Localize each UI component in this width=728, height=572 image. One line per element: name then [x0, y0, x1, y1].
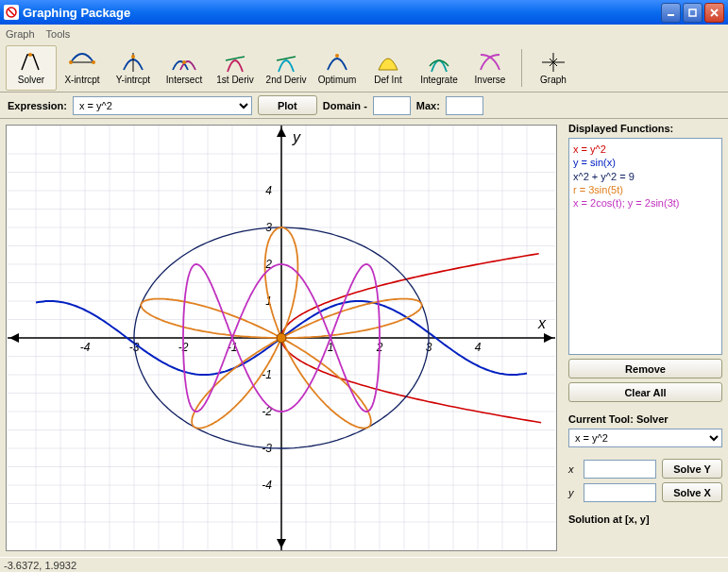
function-list-item[interactable]: y = sin(x): [573, 156, 718, 169]
toolbar: Solver X-intrcpt Y-intrcpt Intersect 1st…: [0, 43, 728, 93]
tool-solver-label: Solver: [18, 75, 44, 85]
y-label: y: [568, 487, 578, 498]
tool-intersect-label: Intersect: [166, 75, 202, 85]
tool-yintrcpt[interactable]: Y-intrcpt: [108, 45, 159, 91]
svg-text:y: y: [292, 129, 301, 145]
y-input[interactable]: [584, 483, 656, 502]
function-list-item[interactable]: r = 3sin(5t): [573, 183, 718, 196]
svg-text:-4: -4: [262, 479, 272, 492]
svg-text:x: x: [537, 315, 547, 331]
solver-icon: [18, 50, 44, 75]
svg-text:4: 4: [475, 341, 482, 354]
domain-min-input[interactable]: [373, 96, 411, 115]
intersect-icon: [171, 50, 197, 75]
svg-text:-4: -4: [80, 341, 91, 354]
tool-xintrcpt-label: X-intrcpt: [64, 75, 99, 85]
solve-y-button[interactable]: Solve Y: [662, 459, 722, 479]
function-list-item[interactable]: x^2 + y^2 = 9: [573, 170, 718, 183]
inverse-icon: [477, 50, 503, 75]
yintrcpt-icon: [120, 50, 146, 75]
tool-xintrcpt[interactable]: X-intrcpt: [57, 45, 108, 91]
max-label: Max:: [416, 100, 440, 111]
tool-integrate-label: Integrate: [420, 75, 457, 85]
plot-button[interactable]: Plot: [258, 95, 317, 115]
statusbar: -3.6372, 1.9932: [0, 557, 728, 572]
chart-svg: -4-4-3-3-2-2-1-111223344xy: [7, 126, 556, 550]
tool-integrate[interactable]: Integrate: [414, 45, 465, 91]
svg-point-9: [92, 60, 95, 64]
domain-label: Domain -: [323, 100, 367, 111]
remove-button[interactable]: Remove: [568, 359, 722, 379]
svg-point-8: [69, 60, 73, 64]
expression-label: Expression:: [8, 100, 67, 111]
tool-graph-label: Graph: [540, 75, 567, 85]
deriv2-icon: [273, 50, 299, 75]
expression-bar: Expression: x = y^2 Plot Domain - Max:: [0, 93, 728, 119]
window-title: Graphing Package: [23, 6, 661, 20]
close-button[interactable]: [704, 3, 724, 23]
domain-max-input[interactable]: [446, 96, 483, 115]
tool-deriv2-label: 2nd Deriv: [266, 75, 307, 85]
tool-2nd-deriv[interactable]: 2nd Deriv: [261, 45, 312, 91]
svg-point-12: [182, 60, 186, 64]
svg-rect-2: [668, 14, 674, 16]
function-list-item[interactable]: x = y^2: [573, 143, 718, 156]
tool-defint-label: Def Int: [374, 75, 401, 85]
tool-yintrcpt-label: Y-intrcpt: [116, 75, 150, 85]
tool-optimum-label: Optimum: [318, 75, 357, 85]
deriv1-icon: [222, 50, 248, 75]
current-tool-label: Current Tool: Solver: [568, 413, 722, 425]
menubar: Graph Tools: [0, 25, 728, 43]
app-icon: [4, 5, 19, 20]
toolbar-separator: [521, 49, 522, 87]
solution-label: Solution at [x, y]: [568, 513, 722, 525]
xintrcpt-icon: [69, 50, 95, 75]
solve-x-button[interactable]: Solve X: [662, 482, 722, 502]
chart-area: -4-4-3-3-2-2-1-111223344xy: [0, 119, 563, 557]
maximize-button[interactable]: [683, 3, 703, 23]
svg-rect-3: [689, 9, 696, 16]
svg-point-11: [131, 55, 135, 59]
chart-canvas[interactable]: -4-4-3-3-2-2-1-111223344xy: [6, 125, 557, 551]
svg-line-1: [8, 9, 14, 15]
expression-input[interactable]: x = y^2: [73, 96, 252, 115]
tool-1st-deriv[interactable]: 1st Deriv: [210, 45, 261, 91]
svg-text:4: 4: [265, 184, 272, 197]
titlebar: Graphing Package: [0, 0, 728, 25]
tool-inverse-label: Inverse: [475, 75, 506, 85]
function-list[interactable]: x = y^2y = sin(x)x^2 + y^2 = 9r = 3sin(5…: [568, 138, 722, 355]
clear-all-button[interactable]: Clear All: [568, 382, 722, 402]
svg-point-6: [28, 53, 32, 57]
tool-inverse[interactable]: Inverse: [465, 45, 516, 91]
menu-tools[interactable]: Tools: [46, 28, 71, 40]
tool-intersect[interactable]: Intersect: [159, 45, 210, 91]
displayed-functions-label: Displayed Functions:: [568, 123, 722, 134]
minimize-button[interactable]: [661, 3, 681, 23]
integrate-icon: [426, 50, 452, 75]
optimum-icon: [324, 50, 350, 75]
graph-icon: [540, 50, 567, 75]
tool-function-select[interactable]: x = y^2: [568, 429, 722, 447]
tool-deriv1-label: 1st Deriv: [216, 75, 253, 85]
cursor-coords: -3.6372, 1.9932: [4, 560, 76, 571]
svg-point-15: [335, 54, 339, 58]
menu-graph[interactable]: Graph: [6, 28, 35, 40]
x-input[interactable]: [584, 460, 656, 479]
x-label: x: [568, 463, 578, 475]
tool-solver[interactable]: Solver: [6, 45, 57, 91]
tool-optimum[interactable]: Optimum: [312, 45, 363, 91]
tool-graph[interactable]: Graph: [528, 45, 579, 91]
defint-icon: [375, 50, 401, 75]
tool-defint[interactable]: Def Int: [363, 45, 414, 91]
function-list-item[interactable]: x = 2cos(t); y = 2sin(3t): [573, 196, 718, 210]
svg-point-80: [277, 333, 286, 343]
side-panel: Displayed Functions: x = y^2y = sin(x)x^…: [563, 119, 728, 557]
